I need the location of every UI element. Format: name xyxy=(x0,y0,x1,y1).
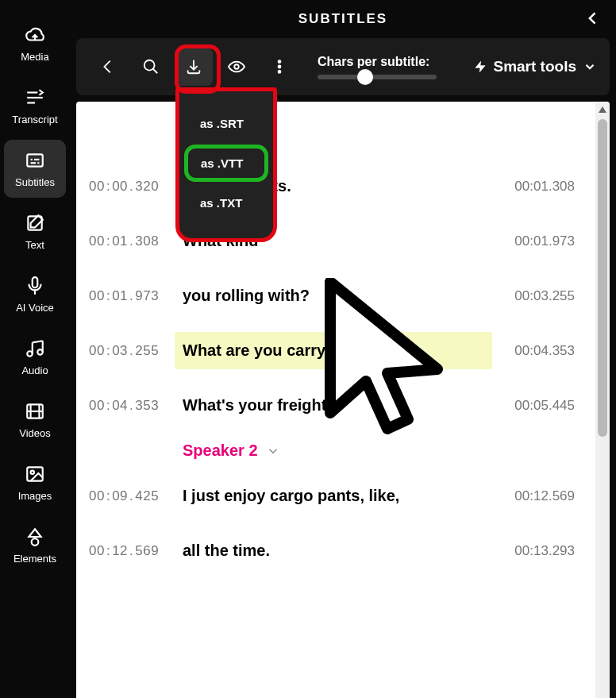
chars-per-subtitle-control: Chars per subtitle: xyxy=(318,55,437,79)
titlebar: SUBTITLES xyxy=(70,0,616,38)
eye-icon xyxy=(228,58,245,75)
subtitle-row[interactable]: 00:00.320 g cargo pants. 00:01.308 xyxy=(79,168,579,205)
download-icon xyxy=(185,58,202,75)
end-timecode: 00:03.255 xyxy=(492,288,579,304)
end-timecode: 00:13.293 xyxy=(492,543,579,559)
subtitle-content: Speaker 1 00:00.320 g cargo pants. 00:01… xyxy=(76,102,610,698)
search-icon xyxy=(142,58,160,75)
film-icon xyxy=(24,400,46,422)
end-timecode: 00:12.569 xyxy=(492,488,579,504)
download-format-menu: as .SRT as .VTT as .TXT xyxy=(175,87,277,242)
microphone-icon xyxy=(24,275,46,297)
end-timecode: 00:05.445 xyxy=(492,398,579,414)
svg-line-15 xyxy=(33,341,43,342)
sidebar-item-subtitles[interactable]: Subtitles xyxy=(4,140,66,198)
start-timecode: 00:12.569 xyxy=(79,543,175,559)
sidebar-label: Videos xyxy=(19,427,51,439)
cloud-upload-icon xyxy=(24,24,46,46)
end-timecode: 00:04.353 xyxy=(492,343,579,359)
svg-marker-31 xyxy=(475,61,485,71)
subtitle-text[interactable]: all the time. xyxy=(175,532,492,569)
sidebar-label: Audio xyxy=(21,364,48,376)
svg-line-25 xyxy=(153,69,158,74)
chars-slider[interactable] xyxy=(318,75,437,79)
search-button[interactable] xyxy=(132,48,170,86)
scrollbar[interactable] xyxy=(595,102,610,698)
chars-label: Chars per subtitle: xyxy=(318,55,437,69)
back-button[interactable] xyxy=(89,48,127,86)
slider-knob[interactable] xyxy=(357,69,373,85)
subtitle-text[interactable]: you rolling with? xyxy=(175,277,492,314)
smart-tools-label: Smart tools xyxy=(493,58,576,75)
svg-point-27 xyxy=(234,64,239,69)
subtitle-text[interactable]: What's your freight? xyxy=(175,387,492,424)
shapes-icon xyxy=(24,526,46,548)
subtitle-text[interactable]: What are you carrying? xyxy=(175,332,492,369)
sidebar-label: Subtitles xyxy=(15,176,55,188)
sidebar-label: Elements xyxy=(13,553,56,565)
svg-point-29 xyxy=(279,66,281,68)
sidebar-label: Transcript xyxy=(12,114,57,125)
scroll-thumb[interactable] xyxy=(598,119,607,437)
image-icon xyxy=(24,463,46,485)
toolbar: Chars per subtitle: Smart tools as .SRT … xyxy=(76,38,610,95)
start-timecode: 00:09.425 xyxy=(79,488,175,504)
sidebar-item-audio[interactable]: Audio xyxy=(4,328,66,386)
end-timecode: 00:01.308 xyxy=(492,179,579,195)
chevron-down-icon xyxy=(583,60,597,74)
sidebar-item-elements[interactable]: Elements xyxy=(4,516,66,574)
start-timecode: 00:01.308 xyxy=(79,233,175,249)
collapse-panel-button[interactable] xyxy=(583,8,603,29)
svg-point-21 xyxy=(31,471,34,474)
svg-point-28 xyxy=(279,60,281,63)
sidebar-label: Text xyxy=(25,239,44,251)
subtitle-row[interactable]: 00:03.255 What are you carrying? 00:04.3… xyxy=(79,332,579,369)
sidebar-label: AI Voice xyxy=(16,302,54,314)
menu-item-srt[interactable]: as .SRT xyxy=(184,106,268,141)
subtitle-text[interactable]: I just enjoy cargo pants, like, xyxy=(175,477,492,515)
download-button[interactable] xyxy=(175,48,213,86)
transcript-icon xyxy=(24,87,46,109)
sidebar-item-videos[interactable]: Videos xyxy=(4,391,66,449)
preview-button[interactable] xyxy=(218,48,256,86)
sidebar-item-media[interactable]: Media xyxy=(4,14,66,72)
subtitle-list: Speaker 1 00:00.320 g cargo pants. 00:01… xyxy=(76,102,595,698)
svg-point-23 xyxy=(32,538,39,546)
more-vertical-icon xyxy=(271,58,288,75)
svg-marker-22 xyxy=(29,529,40,537)
subtitle-row[interactable]: 00:12.569 all the time. 00:13.293 xyxy=(79,532,579,569)
chevron-left-icon xyxy=(585,10,601,26)
menu-item-vtt[interactable]: as .VTT xyxy=(184,145,268,182)
sidebar-label: Media xyxy=(21,51,48,63)
svg-point-24 xyxy=(144,60,155,71)
subtitle-row[interactable]: 00:01.973 you rolling with? 00:03.255 xyxy=(79,277,579,314)
start-timecode: 00:01.973 xyxy=(79,288,175,304)
sidebar-item-transcript[interactable]: Transcript xyxy=(4,77,66,135)
scroll-up-arrow-icon[interactable] xyxy=(599,106,606,113)
speaker-selector[interactable]: Speaker 2 xyxy=(183,442,579,460)
sidebar: Media Transcript Subtitles Text AI Voice… xyxy=(0,0,70,698)
menu-item-txt[interactable]: as .TXT xyxy=(184,185,268,221)
start-timecode: 00:04.353 xyxy=(79,398,175,414)
lightning-icon xyxy=(474,60,487,73)
smart-tools-button[interactable]: Smart tools xyxy=(474,58,597,75)
sidebar-item-images[interactable]: Images xyxy=(4,453,66,511)
subtitle-row[interactable]: 00:04.353 What's your freight? 00:05.445 xyxy=(79,387,579,424)
subtitle-row[interactable]: 00:09.425 I just enjoy cargo pants, like… xyxy=(79,477,579,515)
sidebar-item-ai-voice[interactable]: AI Voice xyxy=(4,265,66,323)
main: SUBTITLES Chars per subtitle: Smar xyxy=(70,0,616,698)
start-timecode: 00:03.255 xyxy=(79,343,175,359)
svg-rect-9 xyxy=(33,277,38,287)
sidebar-label: Images xyxy=(18,490,52,502)
sidebar-item-text[interactable]: Text xyxy=(4,202,66,260)
chevron-left-icon xyxy=(99,58,117,75)
start-timecode: 00:00.320 xyxy=(79,179,175,195)
music-note-icon xyxy=(24,337,46,360)
subtitle-row[interactable]: 00:01.308 What kind 00:01.973 xyxy=(79,222,579,260)
subtitles-icon xyxy=(24,149,46,172)
chevron-down-icon xyxy=(266,444,280,458)
end-timecode: 00:01.973 xyxy=(492,233,579,249)
svg-point-30 xyxy=(279,71,281,73)
more-options-button[interactable] xyxy=(260,48,298,86)
text-edit-icon xyxy=(24,212,46,234)
